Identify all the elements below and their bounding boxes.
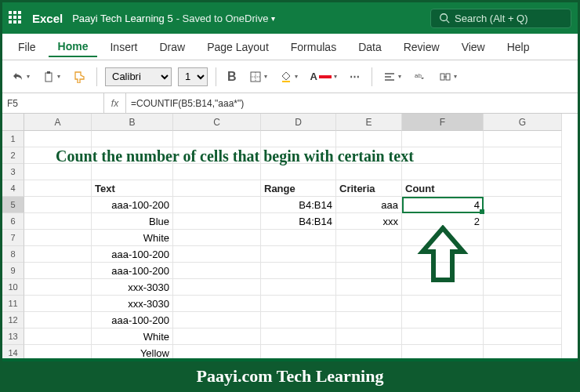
row-header[interactable]: 1 [2, 131, 24, 147]
data-cell[interactable]: aaa-100-200 [92, 246, 173, 263]
col-header[interactable]: D [261, 114, 336, 131]
menu-home[interactable]: Home [49, 37, 98, 57]
header-count[interactable]: Count [402, 180, 484, 197]
font-family-select[interactable]: Calibri [105, 67, 172, 86]
menu-bar: File Home Insert Draw Page Layout Formul… [2, 34, 578, 60]
wrap-text-button[interactable]: ab [411, 69, 430, 85]
menu-draw[interactable]: Draw [150, 38, 194, 56]
data-cell[interactable]: xxx-3030 [92, 296, 173, 312]
row-header[interactable]: 8 [2, 246, 24, 263]
svg-point-0 [440, 14, 448, 21]
title-bar: Excel Paayi Tech Learning 5 - Saved to O… [2, 2, 578, 34]
svg-rect-7 [282, 81, 290, 82]
data-cell[interactable]: aaa-100-200 [92, 312, 173, 328]
data-cell[interactable]: aaa [336, 197, 402, 213]
row-header[interactable]: 6 [2, 213, 24, 230]
merge-button[interactable]: ▾ [436, 69, 460, 85]
svg-rect-3 [47, 71, 50, 74]
data-cell[interactable]: Blue [92, 213, 173, 230]
formula-input[interactable]: =COUNTIF(B5:B14,"aaa*") [126, 98, 578, 109]
data-cell[interactable]: 4 [402, 197, 484, 213]
spreadsheet-grid: 1 2 3 4 5 6 7 8 9 10 11 12 13 14 15 A B … [2, 114, 578, 378]
svg-line-1 [447, 20, 450, 24]
data-cell[interactable]: B4:B14 [261, 197, 336, 213]
align-button[interactable]: ▾ [380, 69, 404, 85]
data-cell[interactable]: xxx-3030 [92, 279, 173, 296]
menu-view[interactable]: View [452, 38, 495, 56]
col-header[interactable]: C [173, 114, 261, 131]
row-header[interactable]: 5 [2, 197, 24, 213]
document-title[interactable]: Paayi Tech Learning 5 - Saved to OneDriv… [72, 13, 275, 24]
col-header[interactable]: A [24, 114, 92, 131]
menu-review[interactable]: Review [394, 38, 449, 56]
font-size-select[interactable]: 11 [178, 67, 208, 86]
undo-button[interactable]: ▾ [9, 69, 33, 85]
search-icon [439, 13, 450, 24]
row-header[interactable]: 12 [2, 312, 24, 328]
menu-insert[interactable]: Insert [100, 38, 147, 56]
formula-bar: F5 fx =COUNTIF(B5:B14,"aaa*") [2, 93, 578, 114]
name-box[interactable]: F5 [2, 93, 104, 113]
col-header[interactable]: B [92, 114, 173, 131]
header-text[interactable]: Text [92, 180, 173, 197]
row-header[interactable]: 13 [2, 328, 24, 345]
col-header[interactable]: F [402, 114, 484, 131]
data-cell[interactable]: White [92, 328, 173, 345]
col-header[interactable]: E [336, 114, 402, 131]
row-header[interactable]: 10 [2, 279, 24, 296]
more-font-icon[interactable]: ⋯ [346, 69, 364, 84]
data-cell[interactable]: White [92, 230, 173, 246]
menu-help[interactable]: Help [498, 38, 539, 56]
chevron-down-icon: ▾ [271, 14, 275, 23]
fx-icon[interactable]: fx [104, 93, 126, 113]
row-header[interactable]: 2 [2, 147, 24, 164]
svg-rect-2 [45, 73, 52, 82]
format-painter-button[interactable] [70, 69, 89, 85]
row-header[interactable]: 4 [2, 180, 24, 197]
row-header[interactable]: 7 [2, 230, 24, 246]
search-box[interactable]: Search (Alt + Q) [430, 9, 571, 28]
app-name: Excel [32, 12, 63, 25]
menu-file[interactable]: File [9, 38, 45, 56]
select-all-corner[interactable] [2, 114, 24, 131]
svg-text:ab: ab [415, 72, 422, 79]
col-header[interactable]: G [484, 114, 562, 131]
menu-page-layout[interactable]: Page Layout [198, 38, 278, 56]
row-header[interactable]: 9 [2, 263, 24, 279]
ribbon: ▾ ▾ Calibri 11 B ▾ ▾ A▾ ⋯ ▾ ab ▾ [2, 60, 578, 93]
row-header[interactable]: 11 [2, 296, 24, 312]
arrow-up-icon [416, 225, 469, 286]
clipboard-button[interactable]: ▾ [39, 69, 63, 85]
bold-button[interactable]: B [224, 68, 240, 85]
app-launcher-icon[interactable] [9, 11, 23, 25]
data-cell[interactable]: aaa-100-200 [92, 197, 173, 213]
sheet-title: Count the number of cells that begin wit… [56, 147, 414, 165]
data-cell[interactable]: aaa-100-200 [92, 263, 173, 279]
border-button[interactable]: ▾ [246, 69, 270, 85]
svg-rect-8 [319, 75, 332, 78]
row-header[interactable]: 3 [2, 164, 24, 180]
data-cell[interactable]: xxx [336, 213, 402, 230]
font-color-button[interactable]: A▾ [307, 69, 340, 85]
search-placeholder: Search (Alt + Q) [455, 13, 528, 24]
menu-data[interactable]: Data [349, 38, 391, 56]
header-criteria[interactable]: Criteria [336, 180, 402, 197]
fill-color-button[interactable]: ▾ [277, 69, 301, 85]
footer-watermark: Paayi.com Tech Learning [2, 358, 578, 390]
menu-formulas[interactable]: Formulas [281, 38, 346, 56]
data-cell[interactable]: B4:B14 [261, 213, 336, 230]
header-range[interactable]: Range [261, 180, 336, 197]
